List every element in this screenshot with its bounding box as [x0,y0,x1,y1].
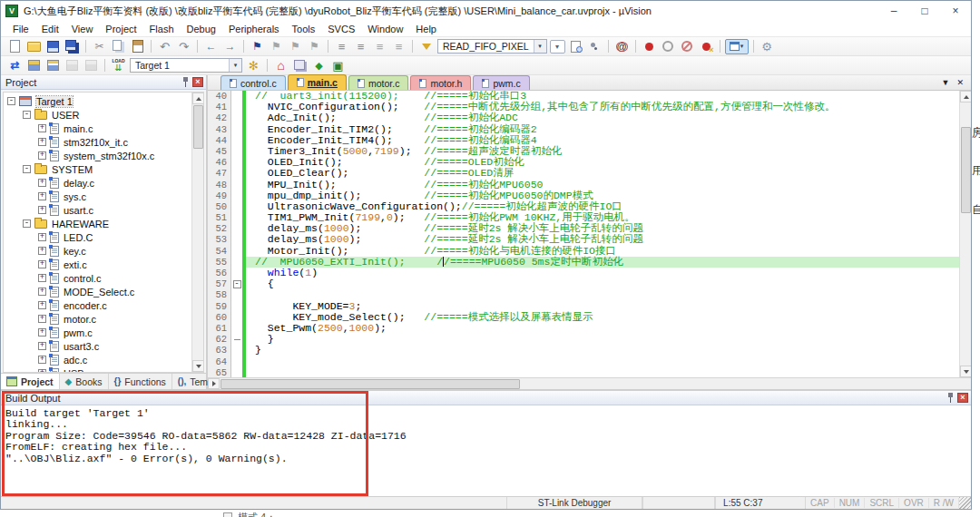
expand-icon[interactable]: + [38,233,46,241]
build-icon[interactable] [25,58,43,73]
panel-close-icon[interactable]: × [957,393,968,403]
menu-project[interactable]: Project [99,23,142,35]
tab-motor-c[interactable]: motor.c [348,75,408,90]
code-line[interactable]: 61 Set_Pwm(2500,1000); [208,323,959,334]
bookmark-prev-icon[interactable] [268,39,285,54]
document-close-icon[interactable]: ✕ [956,78,964,87]
menu-window[interactable]: Window [361,23,409,35]
tree-item-delay-c[interactable]: +delay.c [4,176,191,190]
search-combo[interactable]: READ_FIFO_PIXEL▾ [437,39,547,54]
tab-main-c[interactable]: main.c [288,74,347,90]
tree-item-mode-select-c[interactable]: +MODE_Select.c [4,285,191,298]
menu-tools[interactable]: Tools [286,23,322,35]
bottom-tab-functions[interactable]: Functions [109,374,172,389]
fold-collapse-icon[interactable]: - [233,280,241,288]
menu-svcs[interactable]: SVCS [321,23,361,35]
tree-item-main-c[interactable]: +main.c [4,122,191,135]
menu-view[interactable]: View [65,23,100,35]
translate-icon[interactable] [6,58,24,73]
save-all-icon[interactable] [64,39,81,54]
breakpoint-insert-icon[interactable] [641,39,658,54]
rebuild-icon[interactable] [44,58,62,73]
menu-debug[interactable]: Debug [181,23,222,35]
tree-item-adc-c[interactable]: +adc.c [4,353,191,366]
breakpoint-enable-icon[interactable] [660,39,677,54]
indent-right-icon[interactable] [352,39,369,54]
scrollbar-thumb[interactable] [193,105,203,149]
new-file-icon[interactable] [6,39,24,54]
menu-peripherals[interactable]: Peripherals [222,23,286,35]
code-line[interactable]: 64 [208,356,959,367]
comment-selection-icon[interactable] [371,39,388,54]
fold-margin[interactable]: - [231,278,242,289]
open-folder-icon[interactable] [25,39,43,54]
scrollbar-thumb[interactable] [961,127,971,213]
bookmark-clear-icon[interactable] [306,39,323,54]
bottom-tab-books[interactable]: Books [60,374,109,389]
cut-icon[interactable] [91,39,108,54]
expand-icon[interactable]: + [38,179,46,187]
scroll-down-icon[interactable] [192,360,204,372]
expand-icon[interactable]: + [38,328,46,337]
select-packs-icon[interactable] [310,58,328,73]
code-line[interactable]: 55// MPU6050_EXTI_Init(); //=====MPU6050… [208,257,959,268]
resize-grip[interactable] [959,497,971,509]
editor-horizontal-scrollbar[interactable] [208,377,971,389]
redo-icon[interactable] [175,39,192,54]
code-area[interactable]: 40// uart3_init(115200); //=====初始化串口341… [208,91,959,377]
expand-icon[interactable]: + [38,151,46,160]
tab-control-c[interactable]: control.c [220,75,286,90]
tree-item-control-c[interactable]: +control.c [4,271,191,285]
collapse-icon[interactable]: - [23,111,31,119]
maximize-icon[interactable]: □ [909,2,940,20]
expand-icon[interactable]: + [38,342,46,350]
search-dropdown-icon[interactable] [550,40,565,54]
menu-file[interactable]: File [6,23,35,35]
tree-item-usb-c[interactable]: +USB.c [4,366,191,372]
expand-icon[interactable]: + [38,288,46,296]
pack-installer-icon[interactable] [329,58,347,73]
tree-item-system[interactable]: -SYSTEM [4,162,191,176]
expand-icon[interactable]: + [38,138,46,146]
tree-item-encoder-c[interactable]: +encoder.c [4,298,191,312]
find-filter-icon[interactable] [417,39,435,54]
tree-item-pwm-c[interactable]: +pwm.c [4,326,191,339]
fold-margin[interactable] [231,334,242,345]
paste-icon[interactable] [129,39,146,54]
expand-icon[interactable]: + [38,301,46,309]
expand-icon[interactable]: + [38,206,46,214]
expand-icon[interactable]: + [38,369,46,372]
uncomment-selection-icon[interactable] [390,39,407,54]
collapse-icon[interactable]: - [23,219,31,228]
code-line[interactable]: 63} [208,345,959,356]
scroll-up-icon[interactable] [960,91,971,102]
bookmark-next-icon[interactable] [287,39,304,54]
download-icon[interactable] [110,58,127,73]
expand-icon[interactable]: + [38,124,46,132]
configure-icon[interactable] [759,39,776,54]
save-icon[interactable] [44,39,62,54]
editor-vertical-scrollbar[interactable] [959,91,971,377]
find-symbol-icon[interactable] [613,39,631,54]
tree-item-sys-c[interactable]: +sys.c [4,190,191,203]
code-line[interactable]: 57- { [208,278,959,289]
expand-icon[interactable]: + [38,260,46,268]
tree-item-exti-c[interactable]: +exti.c [4,258,191,271]
indent-left-icon[interactable] [333,39,350,54]
build-output-content[interactable]: Build target 'Target 1'linking...Program… [1,405,971,496]
pin-icon[interactable] [946,393,955,403]
tab-pwm-c[interactable]: pwm.c [473,75,529,90]
code-line[interactable]: 62 } [208,334,959,345]
nav-forward-icon[interactable] [221,39,239,54]
breakpoint-kill-all-icon[interactable] [698,39,715,54]
manage-books-icon[interactable] [291,58,309,73]
tree-item-motor-c[interactable]: +motor.c [4,312,191,326]
scrollbar-thumb[interactable] [220,379,520,389]
collapse-icon[interactable]: - [23,165,31,173]
tab-motor-h[interactable]: motor.h [410,75,471,90]
tree-item-key-c[interactable]: +key.c [4,244,191,258]
expand-icon[interactable]: + [38,274,46,282]
expand-icon[interactable]: + [38,192,46,200]
close-icon[interactable]: × [940,2,971,20]
tree-item-led-c[interactable]: +LED.C [4,230,191,244]
